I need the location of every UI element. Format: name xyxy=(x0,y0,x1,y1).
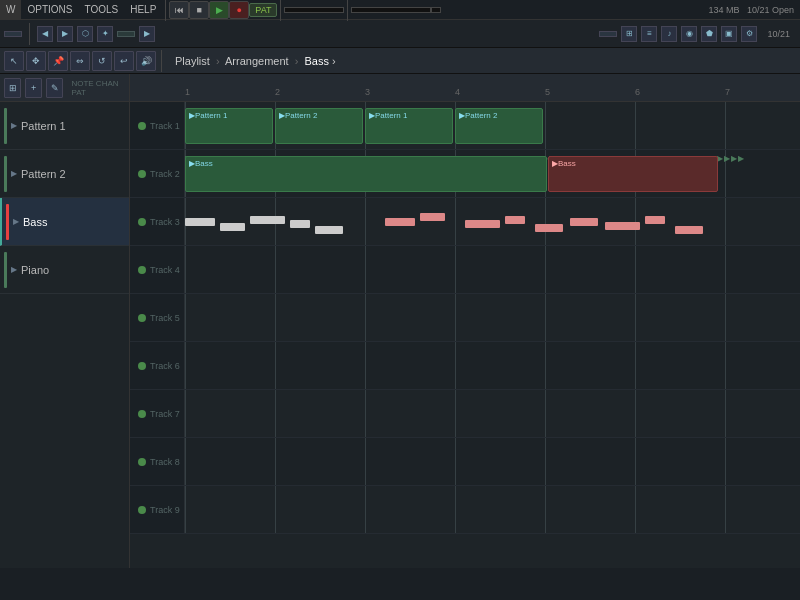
bar-number-6: 7 xyxy=(725,87,730,97)
track-content-4[interactable] xyxy=(185,294,800,341)
menu-item-options[interactable]: OPTIONS xyxy=(21,0,78,19)
tool-speaker[interactable]: 🔊 xyxy=(136,51,156,71)
mini-block-4 xyxy=(315,226,343,234)
tl-grid-icon[interactable]: ⊞ xyxy=(4,78,21,98)
timeline-header: 12345678 xyxy=(130,74,800,102)
btn-stop[interactable]: ■ xyxy=(189,1,209,19)
track-label-2: Bass xyxy=(23,216,125,228)
grid-line-7-0 xyxy=(185,438,186,485)
track-content-1[interactable]: ▶▶▶▶▶▶▶▶▶▶▶▶▶▶▶▶▶▶▶▶▶▶▶▶▶▶▶▶▶▶▶▶▶▶▶▶▶▶▶▶… xyxy=(185,150,800,197)
tool-move[interactable]: ✥ xyxy=(26,51,46,71)
tool-zoom[interactable]: ⇔ xyxy=(70,51,90,71)
grid-line-6-6 xyxy=(725,390,726,437)
tl-edit-icon[interactable]: ✎ xyxy=(46,78,63,98)
btn-play[interactable]: ▶ xyxy=(209,1,229,19)
grid-line-5-4 xyxy=(545,342,546,389)
pattern-block-1-0[interactable]: ▶Bass xyxy=(185,156,547,192)
line-button[interactable] xyxy=(117,31,135,37)
track-content-7[interactable] xyxy=(185,438,800,485)
track-color-bar-1 xyxy=(4,156,7,192)
tool-pin[interactable]: 📌 xyxy=(48,51,68,71)
mini-block-10 xyxy=(570,218,598,226)
menu-item-tools[interactable]: TOOLS xyxy=(78,0,124,19)
track-list-item-1[interactable]: ▶ Pattern 2 xyxy=(0,150,129,198)
pattern-block-0-3[interactable]: ▶Pattern 2 xyxy=(455,108,543,144)
breadcrumb-playlist[interactable]: Playlist xyxy=(175,55,210,67)
timeline-area: 12345678 Track 1 ▶Pattern 1▶Pattern 2▶Pa… xyxy=(130,74,800,568)
tracks-canvas[interactable]: Track 1 ▶Pattern 1▶Pattern 2▶Pattern 1▶P… xyxy=(130,102,800,568)
piano-icon[interactable]: ♪ xyxy=(661,26,677,42)
track-list-items: ▶ Pattern 1 ▶ Pattern 2 ▶ Bass ▶ Piano xyxy=(0,102,129,294)
pattern-block-0-0[interactable]: ▶Pattern 1 xyxy=(185,108,273,144)
breadcrumb-arrangement[interactable]: Arrangement xyxy=(225,55,289,67)
grid-line-6-1 xyxy=(275,390,276,437)
btn-record[interactable]: ● xyxy=(229,1,249,19)
track-dot-8 xyxy=(138,506,146,514)
inst-link[interactable]: ⬡ xyxy=(77,26,93,42)
pat-button[interactable]: PAT xyxy=(249,3,277,17)
tool-undo[interactable]: ↩ xyxy=(114,51,134,71)
track-row-0: Track 1 ▶Pattern 1▶Pattern 2▶Pattern 1▶P… xyxy=(130,102,800,150)
knob-icon[interactable]: ◉ xyxy=(681,26,697,42)
track-content-0[interactable]: ▶Pattern 1▶Pattern 2▶Pattern 1▶Pattern 2 xyxy=(185,102,800,149)
line-arrow[interactable]: ▶ xyxy=(139,26,155,42)
track-num-col-4: Track 5 xyxy=(130,294,185,341)
bar-number-1: 2 xyxy=(275,87,280,97)
track-list-item-2[interactable]: ▶ Bass xyxy=(0,198,129,246)
mix-icon[interactable]: ⊞ xyxy=(621,26,637,42)
track-dot-4 xyxy=(138,314,146,322)
tool-rotate[interactable]: ↺ xyxy=(92,51,112,71)
grid-line-8-0 xyxy=(185,486,186,533)
grid-line-2-3 xyxy=(455,198,456,245)
eq-icon[interactable]: ≡ xyxy=(641,26,657,42)
track-content-2[interactable] xyxy=(185,198,800,245)
sep-tb xyxy=(161,50,162,72)
midi-icon[interactable]: ⬟ xyxy=(701,26,717,42)
bar-number-0: 1 xyxy=(185,87,190,97)
instrument-name[interactable] xyxy=(4,31,22,37)
pattern-block-1-1[interactable]: ▶Bass xyxy=(548,156,718,192)
pattern-block-0-2[interactable]: ▶Pattern 1 xyxy=(365,108,453,144)
time-display xyxy=(351,7,431,13)
menu-item-help[interactable]: HELP xyxy=(124,0,162,19)
inst-arrow-left[interactable]: ◀ xyxy=(37,26,53,42)
grid-line-5-1 xyxy=(275,342,276,389)
menu-item-w[interactable]: W xyxy=(0,0,21,19)
bar-number-3: 4 xyxy=(455,87,460,97)
grid-line-3-2 xyxy=(365,246,366,293)
track-list: ⊞ + ✎ NOTE CHAN PAT ▶ Pattern 1 ▶ Patter… xyxy=(0,74,130,568)
grid-line-3-4 xyxy=(545,246,546,293)
mini-block-7 xyxy=(465,220,500,228)
bar-number-4: 5 xyxy=(545,87,550,97)
btn-rewind[interactable]: ⏮ xyxy=(169,1,189,19)
block-label-1-1: ▶Bass xyxy=(552,159,576,168)
mini-block-0 xyxy=(185,218,215,226)
block-label-0-0: ▶Pattern 1 xyxy=(189,111,227,120)
mini-block-3 xyxy=(290,220,310,228)
track-dot-1 xyxy=(138,170,146,178)
tool-cursor[interactable]: ↖ xyxy=(4,51,24,71)
track-content-6[interactable] xyxy=(185,390,800,437)
track-content-5[interactable] xyxy=(185,342,800,389)
plugin-icon[interactable]: ▣ xyxy=(721,26,737,42)
settings-icon[interactable]: ⚙ xyxy=(741,26,757,42)
track-list-item-3[interactable]: ▶ Piano xyxy=(0,246,129,294)
track-dot-5 xyxy=(138,362,146,370)
block-label-0-3: ▶Pattern 2 xyxy=(459,111,497,120)
tl-add-icon[interactable]: + xyxy=(25,78,42,98)
grid-line-6-5 xyxy=(635,390,636,437)
track-icon-1: ▶ xyxy=(11,169,17,178)
bass-label[interactable] xyxy=(599,31,617,37)
grid-line-6-0 xyxy=(185,390,186,437)
track-num-label-3: Track 4 xyxy=(150,265,180,275)
track-content-8[interactable] xyxy=(185,486,800,533)
pattern-block-0-1[interactable]: ▶Pattern 2 xyxy=(275,108,363,144)
inst-fx[interactable]: ✦ xyxy=(97,26,113,42)
grid-line-6-4 xyxy=(545,390,546,437)
grid-line-8-3 xyxy=(455,486,456,533)
bpm-display[interactable] xyxy=(284,7,344,13)
track-list-item-0[interactable]: ▶ Pattern 1 xyxy=(0,102,129,150)
inst-arrow-right[interactable]: ▶ xyxy=(57,26,73,42)
track-content-3[interactable] xyxy=(185,246,800,293)
breadcrumb-bass[interactable]: Bass xyxy=(304,55,328,67)
